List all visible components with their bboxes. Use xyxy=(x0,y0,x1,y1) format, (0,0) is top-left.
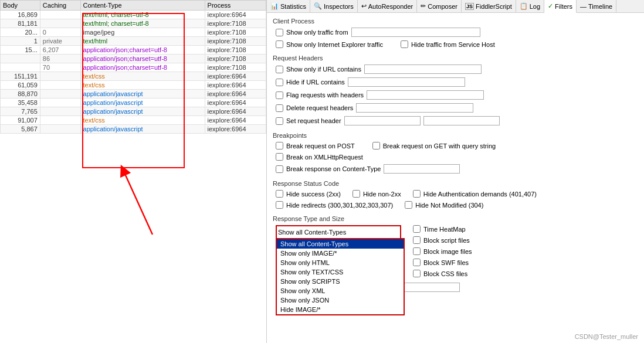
col-content-type[interactable]: Content-Type xyxy=(80,1,205,11)
table-row[interactable]: 70 application/json;charset=utf-8 iexplo… xyxy=(1,63,266,72)
request-headers-title: Request Headers xyxy=(273,55,638,62)
dropdown-option-all[interactable]: Show all Content-Types xyxy=(277,239,404,249)
tab-autoresponder[interactable]: ↩ AutoResponder xyxy=(358,0,417,12)
set-header-value-input[interactable] xyxy=(423,116,500,125)
cell-content-type: application/json;charset=utf-8 xyxy=(80,46,205,55)
table-row[interactable]: 91,007 text/css iexplore:6964 xyxy=(1,116,266,125)
show-only-traffic-from-checkbox[interactable] xyxy=(276,29,283,36)
table-row[interactable]: 88,870 application/javascript iexplore:6… xyxy=(1,90,266,99)
hide-redirects-checkbox[interactable] xyxy=(276,201,283,209)
block-css-files-checkbox[interactable] xyxy=(413,270,421,277)
break-content-type-input[interactable] xyxy=(384,164,460,174)
block-swf-files-checkbox[interactable] xyxy=(413,259,421,266)
watermark: CSDN@Tester_muller xyxy=(575,333,638,340)
dropdown-option-hide-image[interactable]: Hide IMAGE/* xyxy=(277,305,404,314)
block-options: Time HeatMap Block script files Block im… xyxy=(413,225,472,279)
content-type-dropdown[interactable]: Show all Content-Types Show only IMAGE/*… xyxy=(277,226,400,238)
cell-caching: 0 xyxy=(40,28,80,37)
traffic-from-input[interactable] xyxy=(351,28,480,37)
hide-success-checkbox[interactable] xyxy=(276,190,283,198)
set-header-name-input[interactable] xyxy=(344,116,421,125)
tab-statistics[interactable]: 📊 Statistics xyxy=(267,0,310,12)
break-get-query-label: Break request on GET with query string xyxy=(383,142,496,150)
flag-headers-input[interactable] xyxy=(367,90,484,100)
tab-composer[interactable]: ✏ Composer xyxy=(417,0,462,12)
table-row[interactable]: 20... 0 image/jpeg iexplore:7108 xyxy=(1,28,266,37)
block-image-files-checkbox[interactable] xyxy=(413,247,421,255)
set-request-header-checkbox[interactable] xyxy=(276,117,283,125)
hide-auth-demands-checkbox[interactable] xyxy=(413,190,421,198)
cell-content-type: text/html xyxy=(80,37,205,46)
tab-inspectors[interactable]: 🔍 Inspectors xyxy=(310,0,358,12)
hide-non2xx-label: Hide non-2xx xyxy=(363,191,401,198)
table-row[interactable]: 35,458 application/javascript iexplore:6… xyxy=(1,99,266,107)
url-contains-input[interactable] xyxy=(364,64,482,74)
table-row[interactable]: 1 private text/html iexplore:7108 xyxy=(1,37,266,46)
cell-caching xyxy=(40,90,80,99)
show-only-ie-checkbox[interactable] xyxy=(276,40,283,48)
cell-process: iexplore:6964 xyxy=(205,125,266,134)
cell-caching xyxy=(40,11,80,19)
table-row[interactable]: 81,181 text/html; charset=utf-8 iexplore… xyxy=(1,19,266,28)
cell-body: 81,181 xyxy=(1,19,40,28)
table-row[interactable]: 5,867 application/javascript iexplore:69… xyxy=(1,125,266,134)
table-row[interactable]: 151,191 text/css iexplore:6964 xyxy=(1,72,266,81)
col-body[interactable]: Body xyxy=(1,1,40,11)
hide-not-modified-checkbox[interactable] xyxy=(405,201,412,209)
cell-caching: 6,207 xyxy=(40,46,80,55)
client-process-title: Client Process xyxy=(273,18,638,25)
table-row[interactable]: 61,059 text/css iexplore:6964 xyxy=(1,81,266,90)
table-row[interactable]: 86 application/json;charset=utf-8 iexplo… xyxy=(1,55,266,63)
cell-process: iexplore:7108 xyxy=(205,63,266,72)
col-process[interactable]: Process xyxy=(205,1,266,11)
log-icon: 📋 xyxy=(520,2,528,10)
hide-non2xx-checkbox[interactable] xyxy=(352,190,360,198)
cell-process: iexplore:7108 xyxy=(205,19,266,28)
dropdown-option-json[interactable]: Show only JSON xyxy=(277,296,404,305)
break-post-checkbox[interactable] xyxy=(276,142,283,150)
response-status-title: Response Status Code xyxy=(273,180,638,187)
cell-body: 7,765 xyxy=(1,107,40,116)
time-heatmap-checkbox[interactable] xyxy=(413,225,421,233)
show-only-url-contains-checkbox[interactable] xyxy=(276,66,283,73)
hide-traffic-service-host-checkbox[interactable] xyxy=(401,40,408,48)
table-row[interactable]: 16,869 text/html; charset=utf-8 iexplore… xyxy=(1,11,266,19)
block-script-files-checkbox[interactable] xyxy=(413,236,421,244)
time-heatmap-row: Time HeatMap xyxy=(413,225,472,233)
dropdown-option-css[interactable]: Show only TEXT/CSS xyxy=(277,267,404,277)
show-only-url-contains-row: Show only if URL contains xyxy=(276,64,638,74)
tab-filters[interactable]: ✓ Filters xyxy=(544,0,577,13)
cell-content-type: text/css xyxy=(80,81,205,90)
flag-requests-headers-checkbox[interactable] xyxy=(276,91,283,99)
response-type-section: Show all Content-Types Show only IMAGE/*… xyxy=(273,225,638,279)
delete-headers-input[interactable] xyxy=(356,103,473,113)
right-panel: 📊 Statistics 🔍 Inspectors ↩ AutoResponde… xyxy=(267,0,644,343)
hide-url-contains-checkbox[interactable] xyxy=(276,79,283,86)
cell-body xyxy=(1,63,40,72)
dropdown-option-html[interactable]: Show only HTML xyxy=(277,258,404,267)
delete-request-headers-checkbox[interactable] xyxy=(276,104,283,112)
delete-request-headers-row: Delete request headers xyxy=(276,103,638,113)
dropdown-option-xml[interactable]: Show only XML xyxy=(277,286,404,296)
block-image-files-row: Block image files xyxy=(413,247,472,255)
hide-traffic-service-host-row: Hide traffic from Service Host xyxy=(401,40,495,48)
cell-caching xyxy=(40,81,80,90)
cell-caching: 86 xyxy=(40,55,80,63)
break-response-content-type-checkbox[interactable] xyxy=(276,165,283,173)
dropdown-option-image[interactable]: Show only IMAGE/* xyxy=(277,249,404,258)
tab-timeline[interactable]: — Timeline xyxy=(577,0,616,12)
break-post-label: Break request on POST xyxy=(286,142,355,150)
cell-content-type: text/html; charset=utf-8 xyxy=(80,11,205,19)
dropdown-option-scripts[interactable]: Show only SCRIPTS xyxy=(277,277,404,286)
table-row[interactable]: 7,765 application/javascript iexplore:69… xyxy=(1,107,266,116)
tab-log[interactable]: 📋 Log xyxy=(516,0,544,12)
break-get-query-checkbox[interactable] xyxy=(372,142,380,150)
hide-auth-demands-label: Hide Authentication demands (401,407) xyxy=(423,191,537,198)
table-row[interactable]: 15... 6,207 application/json;charset=utf… xyxy=(1,46,266,55)
show-only-ie-label: Show only Internet Explorer traffic xyxy=(286,41,383,48)
tab-fiddlerscript[interactable]: JS FiddlerScript xyxy=(462,0,516,12)
break-xmlhttp-checkbox[interactable] xyxy=(276,153,283,161)
col-caching[interactable]: Caching xyxy=(40,1,80,11)
break-post-row: Break request on POST xyxy=(276,142,355,150)
hide-url-input[interactable] xyxy=(348,77,465,87)
